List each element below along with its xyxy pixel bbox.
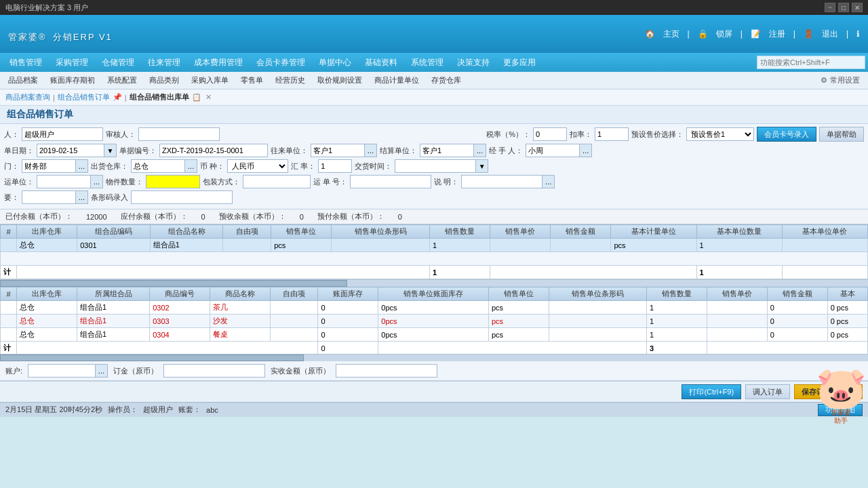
nav-more[interactable]: 更多应用 (496, 53, 542, 72)
row-free (223, 239, 271, 252)
toolbar-config[interactable]: 系统配置 (102, 73, 142, 88)
req-picker-btn[interactable]: … (76, 190, 88, 204)
ship-picker-btn[interactable]: … (91, 175, 103, 188)
toolbar-units[interactable]: 商品计量单位 (369, 73, 425, 88)
breadcrumb-item-2[interactable]: 组合品销售订单 (58, 92, 110, 102)
dept-field: … (22, 159, 88, 173)
delivery-picker-btn[interactable]: ▼ (476, 159, 488, 173)
date-input[interactable] (37, 144, 104, 157)
import-btn[interactable]: 调入订单 (745, 384, 790, 399)
breadcrumb-pin-icon: 📌 (113, 93, 122, 102)
nav-member[interactable]: 会员卡券管理 (250, 53, 312, 72)
drow1-unit-stock: 0pcs (378, 301, 489, 314)
received-input[interactable] (336, 364, 437, 378)
warehouse-picker-btn[interactable]: … (185, 159, 197, 173)
nav-search-input[interactable] (757, 56, 865, 69)
note-picker-btn[interactable]: … (542, 175, 555, 188)
currency-select[interactable]: 人民币 (227, 159, 288, 173)
nav-sales[interactable]: 销售管理 (3, 53, 49, 72)
help-btn[interactable]: 单据帮助 (819, 127, 864, 142)
toolbar-history[interactable]: 经营历史 (270, 73, 311, 88)
print-btn[interactable]: 打印(Ctrl+F9) (682, 384, 741, 399)
warehouse-input[interactable] (131, 159, 185, 173)
home-link[interactable]: 主页 (663, 28, 679, 40)
manager-picker-btn[interactable]: … (580, 144, 592, 157)
th-combo-code: 组合品编码 (77, 225, 151, 239)
nav-decision[interactable]: 决策支持 (450, 53, 496, 72)
nav-cost[interactable]: 成本费用管理 (187, 53, 250, 72)
tax-input[interactable] (533, 127, 567, 141)
partner-picker-btn[interactable]: … (365, 144, 377, 157)
dept-picker-btn[interactable]: … (76, 159, 88, 173)
pack-input[interactable] (243, 175, 311, 188)
settle-input[interactable] (420, 144, 474, 157)
detail-row-3[interactable]: 总仓 组合品1 0304 餐桌 0 0pcs pcs 1 0 0 pcs (1, 328, 868, 342)
drow3-combo: 组合品1 (77, 328, 149, 342)
order-input[interactable] (163, 364, 265, 378)
main-scroll-track[interactable] (0, 280, 868, 287)
manager-input[interactable] (526, 144, 580, 157)
toolbar-products[interactable]: 品品档案 (3, 73, 43, 88)
th-free: 自由项 (223, 225, 271, 239)
toolbar-purchase[interactable]: 采购入库单 (186, 73, 234, 88)
save-btn[interactable]: 保存订单（F5） (794, 384, 863, 399)
nav-docs[interactable]: 单据中心 (312, 53, 358, 72)
dth-price: 销售单价 (707, 287, 767, 301)
close-btn[interactable]: ✕ (852, 3, 863, 12)
ship-input[interactable] (37, 175, 91, 188)
date-picker-btn[interactable]: ▼ (104, 144, 117, 157)
person-input[interactable] (22, 127, 103, 141)
row-base-unit: pcs (611, 239, 696, 252)
detail-scroll-track[interactable] (0, 354, 868, 361)
nav-basics[interactable]: 基础资料 (358, 53, 404, 72)
toolbar-settings[interactable]: ⚙ 常用设置 (821, 75, 865, 85)
status-date: 2月15日 星期五 20时45分2秒 (5, 405, 102, 415)
nav-partners[interactable]: 往来管理 (141, 53, 187, 72)
register-link[interactable]: 注册 (769, 28, 785, 40)
note-input[interactable] (461, 175, 542, 188)
member-card-btn[interactable]: 会员卡号录入 (757, 127, 816, 142)
settle-picker-btn[interactable]: … (474, 144, 486, 157)
detail-row-1[interactable]: 总仓 组合品1 0302 茶几 0 0pcs pcs 1 0 0 pcs (1, 301, 868, 314)
req-input[interactable] (22, 190, 76, 204)
window-controls[interactable]: － □ ✕ (825, 3, 863, 12)
toolbar-account[interactable]: 账面库存期初 (45, 73, 100, 88)
rate-input[interactable] (318, 159, 352, 173)
breadcrumb-close-btn[interactable]: ✕ (205, 93, 212, 102)
discount-input[interactable] (595, 127, 629, 141)
toolbar-stock[interactable]: 存货仓库 (426, 73, 467, 88)
shipno-input[interactable] (350, 175, 431, 188)
docno-input[interactable] (159, 144, 268, 157)
toolbar-retail[interactable]: 零售单 (235, 73, 269, 88)
dth-code: 商品编号 (150, 287, 210, 301)
dept-input[interactable] (22, 159, 76, 173)
nav-purchase[interactable]: 采购管理 (49, 53, 95, 72)
price-select[interactable]: 预设售价1 (686, 127, 754, 141)
lock-link[interactable]: 锁屏 (716, 28, 732, 40)
main-table-row[interactable]: 总仓 0301 组合品1 pcs 1 pcs 1 (1, 239, 868, 252)
partner-input[interactable] (311, 144, 365, 157)
minimize-btn[interactable]: － (825, 3, 835, 12)
barcode-input[interactable] (131, 190, 233, 204)
main-scroll-thumb[interactable] (0, 280, 347, 287)
settle-field: … (420, 144, 486, 157)
breadcrumb-item-1[interactable]: 商品档案查询 (5, 92, 50, 102)
row-num (1, 239, 17, 252)
help-map-btn[interactable]: 功能导图 (818, 404, 863, 416)
itemqty-input[interactable] (146, 175, 200, 188)
nav-system[interactable]: 系统管理 (404, 53, 450, 72)
detail-scroll-thumb[interactable] (0, 354, 304, 361)
reviewer-input[interactable] (138, 127, 220, 141)
account-input[interactable] (28, 364, 96, 378)
detail-row-2[interactable]: 总仓 组合品1 0303 沙发 0 0pcs pcs 1 0 0 pcs (1, 314, 868, 328)
exit-link[interactable]: 退出 (822, 28, 838, 40)
maximize-btn[interactable]: □ (838, 3, 849, 12)
dth-num: # (1, 287, 17, 301)
drow3-unit: pcs (488, 328, 549, 342)
nav-warehouse[interactable]: 仓储管理 (95, 53, 141, 72)
toolbar-price[interactable]: 取价规则设置 (312, 73, 368, 88)
note-label: 说 明： (434, 177, 458, 187)
delivery-input[interactable] (395, 159, 476, 173)
account-picker-btn[interactable]: … (96, 364, 108, 378)
toolbar-category[interactable]: 商品类别 (144, 73, 184, 88)
